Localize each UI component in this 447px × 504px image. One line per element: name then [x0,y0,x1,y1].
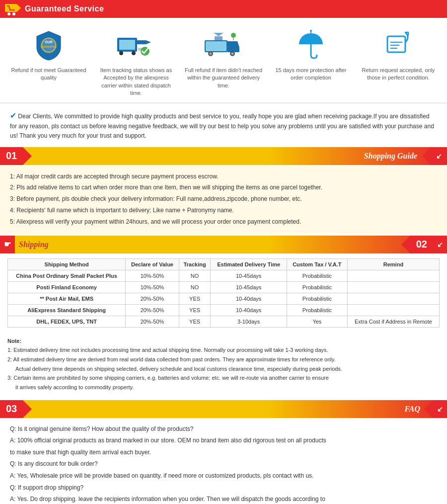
svg-point-28 [310,30,312,32]
table-cell: Posti Finland Economy [8,281,126,293]
table-cell: 10-45days [211,270,287,281]
guarantee-item-2: Full refund if item didn't reached withi… [184,28,263,89]
table-row: AliExpress Standard Shipping20%-50%YES10… [8,304,440,316]
table-cell: 10%-50% [126,270,179,281]
shopping-guide-content: 1: All major credit cards are accepted t… [0,165,447,234]
guide-item-3: 4: Recipients' full name which is import… [10,205,437,216]
shipping-arrow-icon: ☛ [0,236,15,253]
note-2: 2: All estimated delivery time are deriv… [7,355,440,364]
header-title: Guaranteed Service [25,4,104,13]
svg-point-14 [132,51,136,55]
faq-answer: to make sure that high quality item arri… [10,447,437,458]
table-cell [347,304,439,316]
faq-answer: A: 100% official original products as br… [10,435,437,446]
table-cell: Probabilistic [287,293,347,304]
svg-rect-0 [5,4,17,12]
arrow-left-01 [422,147,431,165]
table-cell: Probabilistic [287,281,347,293]
table-cell: NO [179,281,211,293]
table-cell: 10-45days [211,281,287,293]
arrow-left-03 [424,400,433,418]
guide-item-4: 5: Aliexpress will verify your payment w… [10,216,437,228]
table-cell: YES [179,316,211,327]
table-cell [347,293,439,304]
table-row: ** Post Air Mail, EMS20%-50%YES10-40days… [8,293,440,304]
table-row: DHL, FEDEX, UPS, TNT20%-50%YES3-10daysYe… [8,316,440,327]
table-cell: 10%-50% [126,281,179,293]
col-declare: Declare of Value [126,258,179,270]
table-cell: Probabilistic [287,304,347,316]
table-cell: 20%-50% [126,304,179,316]
down-arrow-03: ↙ [433,400,447,418]
faq-content: Q: Is it original genuine items? How abo… [0,418,447,504]
table-cell: Probabilistic [287,270,347,281]
svg-text:GUARANTEE: GUARANTEE [41,45,57,48]
shopping-guide-header: 01 Shopping Guide ↙ [0,147,447,165]
table-cell: China Post Ordinary Small Packet Plus [8,270,126,281]
section-num-02: 02 [410,236,433,253]
cart-icon [5,2,21,16]
svg-rect-25 [215,36,223,41]
dear-clients-section: ✔ Dear Clients, We committed to provide … [0,103,447,147]
check-icon: ✔ [10,111,16,120]
arrow-left-02 [401,236,410,253]
svg-marker-24 [214,33,224,36]
guarantee-section: OUR GUARANTEE Refund if not meet Guarant… [0,18,447,103]
svg-rect-10 [137,40,146,44]
table-cell: ** Post Air Mail, EMS [8,293,126,304]
section-num-03: 03 [0,400,23,418]
guide-item-2: 3: Before payment, pls double check your… [10,193,437,205]
shipping-header: ☛ Shipping 02 ↙ [0,236,447,253]
guarantee-text-2: Full refund if item didn't reached withi… [184,67,263,89]
umbrella-icon [295,29,327,61]
guarantee-item-3: 15 days more protection after order comp… [271,28,351,82]
faq-question: Q: If support drop shipping? [10,483,437,494]
svg-marker-1 [17,4,21,12]
shopping-guide-title: Shopping Guide [364,152,417,161]
return-icon [382,29,414,61]
table-cell: Yes [287,316,347,327]
section-num-01: 01 [0,147,23,165]
header-bar: Guaranteed Service [0,0,447,18]
table-row: Posti Finland Economy10%-50%NO10-45daysP… [8,281,440,293]
dear-clients-text: Dear Clients, We committed to provide hi… [10,113,434,140]
svg-rect-29 [387,36,405,52]
note-3b: it arrives safely according to commodity… [7,383,440,392]
faq-question: Q: Is it original genuine items? How abo… [10,424,437,435]
table-cell: 3-10days [211,316,287,327]
table-header-row: Shipping Method Declare of Value Trackin… [8,258,440,270]
guide-item-1: 2: Pls add relative items to cart when o… [10,182,437,193]
shipping-table-wrap: Shipping Method Declare of Value Trackin… [0,253,447,333]
faq-answer: A: Yes, Wholesale price will be provide … [10,471,437,482]
table-cell: Extra Cost if Address in Remote [347,316,439,327]
guarantee-item-0: OUR GUARANTEE Refund if not meet Guarant… [9,28,88,82]
table-cell: YES [179,293,211,304]
table-cell: NO [179,270,211,281]
svg-rect-19 [206,41,226,51]
col-remind: Remind [347,258,439,270]
col-tracking: Tracking [179,258,211,270]
guide-item-0: 1: All major credit cards are accepted t… [10,171,437,182]
svg-text:OUR: OUR [45,40,53,44]
guarantee-text-4: Return request accepted, only those in p… [359,67,438,82]
note-title: Note: [7,336,440,346]
table-cell: AliExpress Standard Shipping [8,304,126,316]
shipping-table: Shipping Method Declare of Value Trackin… [7,258,440,328]
table-cell: 20%-50% [126,293,179,304]
svg-point-23 [231,53,234,55]
note-section: Note: 1: Estimated delivery time not inc… [0,333,447,398]
table-cell: 10-40days [211,304,287,316]
shield-icon: OUR GUARANTEE [33,29,65,61]
table-cell [347,270,439,281]
guarantee-text-0: Refund if not meet Guaranteed quality [9,67,88,82]
svg-point-3 [12,12,15,15]
arrow-right-03 [23,400,32,418]
table-cell [347,281,439,293]
svg-point-13 [119,51,123,55]
guarantee-text-1: Item tracking status shows as Accepted b… [96,67,176,97]
guarantee-text-3: 15 days more protection after order comp… [271,67,351,82]
note-2b: Actual delivery time depends on shipping… [7,364,440,374]
shipping-title: Shipping [15,240,401,249]
guarantee-item-1: Item tracking status shows as Accepted b… [96,28,176,97]
svg-point-2 [7,12,10,15]
